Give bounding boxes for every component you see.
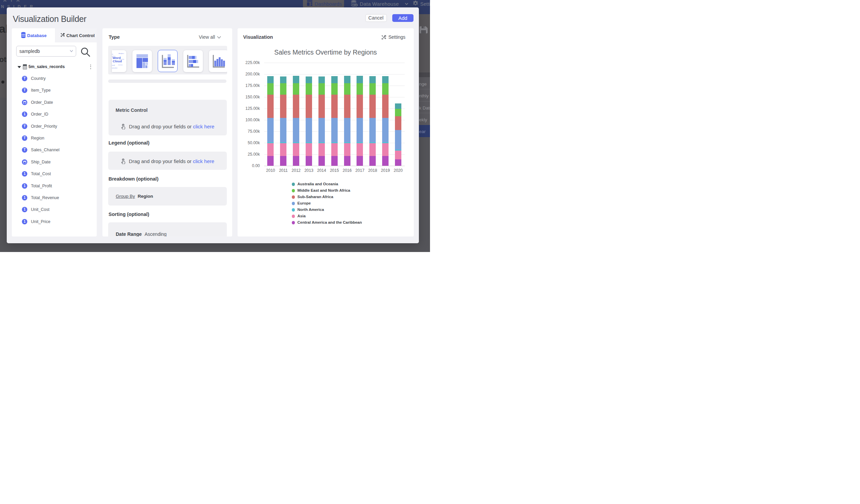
- svg-text:intention: intention: [118, 64, 123, 66]
- svg-text:Datavisualize: Datavisualize: [112, 67, 117, 69]
- svg-text:iness: iness: [112, 53, 113, 55]
- svg-text:Planning: Planning: [119, 59, 124, 60]
- svg-text:KeyData: KeyData: [112, 56, 115, 57]
- svg-text:Analytics: Analytics: [118, 53, 124, 54]
- svg-text:[Social]: [Social]: [112, 64, 115, 66]
